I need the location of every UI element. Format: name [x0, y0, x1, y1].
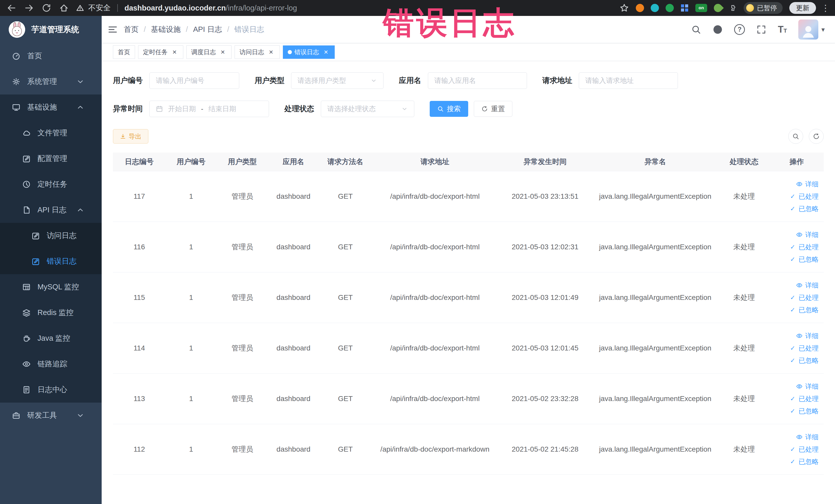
sidebar-item-dev-tools[interactable]: 研发工具 — [0, 403, 102, 428]
action-label: 已忽略 — [798, 203, 819, 215]
app-logo[interactable]: 芋道管理系统 — [0, 16, 102, 43]
action-ignored[interactable]: ✓已忽略 — [773, 405, 819, 417]
action-detail[interactable]: 详细 — [773, 178, 819, 190]
extension-icon-4[interactable] — [680, 4, 689, 12]
user-type-select[interactable]: 请选择用户类型 — [291, 73, 384, 89]
security-label: 不安全 — [88, 3, 110, 13]
tab-close-icon[interactable]: × — [171, 48, 178, 56]
home-icon[interactable] — [59, 3, 69, 13]
action-processed[interactable]: ✓已处理 — [773, 342, 819, 354]
sidebar-toggle-button[interactable] — [102, 16, 124, 43]
sidebar-item-job[interactable]: 定时任务 — [0, 172, 102, 197]
sidebar-item-error-log[interactable]: 错误日志 — [0, 248, 102, 274]
request-url-input[interactable] — [579, 73, 678, 89]
action-detail[interactable]: 详细 — [773, 279, 819, 291]
cell-user_id: 1 — [166, 171, 217, 222]
tab-error-log[interactable]: 错误日志× — [283, 45, 335, 59]
process-status-select[interactable]: 请选择处理状态 — [321, 101, 414, 117]
tab-access-log[interactable]: 访问日志× — [235, 45, 280, 59]
header-search-icon[interactable] — [691, 24, 701, 35]
tab-job[interactable]: 定时任务× — [138, 45, 183, 59]
font-size-icon[interactable]: TT — [778, 25, 787, 34]
cell-status: 未处理 — [718, 171, 770, 222]
extensions-icon[interactable] — [729, 4, 737, 12]
tab-close-icon[interactable]: × — [322, 48, 330, 56]
action-ignored[interactable]: ✓已忽略 — [773, 354, 819, 367]
sidebar-item-redis[interactable]: Redis 监控 — [0, 300, 102, 326]
toggle-search-button[interactable] — [788, 129, 803, 144]
tab-home[interactable]: 首页 — [113, 45, 135, 59]
sidebar-item-infra[interactable]: 基础设施 — [0, 95, 102, 120]
extension-on-badge[interactable]: on — [695, 4, 707, 12]
action-processed[interactable]: ✓已处理 — [773, 241, 819, 253]
extension-icon-2[interactable] — [651, 4, 659, 12]
back-icon[interactable] — [7, 3, 16, 13]
sidebar-item-system[interactable]: 系统管理 — [0, 69, 102, 95]
tab-close-icon[interactable]: × — [219, 48, 227, 56]
paused-badge[interactable]: 已暂停 — [744, 2, 782, 14]
user-avatar[interactable] — [798, 20, 818, 40]
breadcrumb-item[interactable]: 首页 — [124, 24, 139, 35]
sidebar-item-mysql[interactable]: MySQL 监控 — [0, 274, 102, 300]
fullscreen-icon[interactable] — [756, 24, 767, 35]
sidebar-item-home[interactable]: 首页 — [0, 43, 102, 69]
sidebar-item-config[interactable]: 配置管理 — [0, 146, 102, 172]
sidebar-item-java[interactable]: Java 监控 — [0, 326, 102, 351]
action-ignored[interactable]: ✓已忽略 — [773, 253, 819, 265]
sidebar-item-tracer[interactable]: 链路追踪 — [0, 351, 102, 377]
table-toolbar-right — [788, 129, 824, 144]
tab-label: 错误日志 — [294, 48, 319, 56]
exception-time-range[interactable]: 开始日期 - 结束日期 — [149, 101, 269, 117]
address-bar[interactable]: 不安全 dashboard.yudao.iocoder.cn/infra/log… — [76, 3, 297, 13]
breadcrumb-item[interactable]: 基础设施 — [151, 24, 181, 35]
extension-icon-3[interactable] — [666, 4, 674, 12]
action-detail[interactable]: 详细 — [773, 431, 819, 443]
action-detail[interactable]: 详细 — [773, 330, 819, 342]
action-detail[interactable]: 详细 — [773, 228, 819, 241]
tab-job-log[interactable]: 调度日志× — [186, 45, 231, 59]
update-button[interactable]: 更新 — [789, 2, 816, 14]
app-name-input[interactable] — [428, 73, 527, 89]
tab-close-icon[interactable]: × — [267, 48, 275, 56]
user-id-input[interactable] — [149, 73, 239, 89]
help-icon[interactable]: ? — [734, 24, 745, 35]
action-processed[interactable]: ✓已处理 — [773, 443, 819, 456]
menu-kebab-icon[interactable]: ⋮ — [823, 4, 828, 12]
sidebar-item-file[interactable]: 文件管理 — [0, 120, 102, 146]
cell-id: 116 — [113, 222, 166, 272]
export-button[interactable]: 导出 — [113, 129, 148, 143]
action-processed[interactable]: ✓已处理 — [773, 392, 819, 405]
action-detail[interactable]: 详细 — [773, 380, 819, 392]
reset-button[interactable]: 重置 — [474, 101, 512, 117]
sidebar-item-api-log[interactable]: API 日志 — [0, 197, 102, 223]
sidebar-item-access-log[interactable]: 访问日志 — [0, 223, 102, 248]
filter-label: 处理状态 — [284, 104, 314, 114]
bookmark-star-icon[interactable] — [619, 3, 629, 13]
action-ignored[interactable]: ✓已忽略 — [773, 456, 819, 468]
paused-label: 已暂停 — [757, 4, 777, 13]
search-button[interactable]: 搜索 — [430, 101, 468, 117]
breadcrumb-item[interactable]: API 日志 — [193, 24, 222, 35]
action-ignored[interactable]: ✓已忽略 — [773, 203, 819, 215]
table-refresh-button[interactable] — [809, 129, 824, 144]
action-processed[interactable]: ✓已处理 — [773, 291, 819, 304]
forward-icon[interactable] — [24, 3, 34, 13]
chevron-up-icon — [76, 103, 85, 112]
extension-icon-5[interactable] — [712, 2, 724, 14]
action-ignored[interactable]: ✓已忽略 — [773, 304, 819, 316]
action-processed[interactable]: ✓已处理 — [773, 190, 819, 203]
cell-user_id: 1 — [166, 323, 217, 373]
eye-icon — [796, 383, 803, 390]
check-icon: ✓ — [789, 205, 796, 212]
breadcrumb: 首页/基础设施/API 日志/错误日志 — [124, 24, 264, 35]
reload-icon[interactable] — [42, 3, 51, 13]
search-icon — [792, 133, 799, 140]
github-icon[interactable] — [713, 24, 723, 35]
user-menu[interactable]: ▾ — [798, 20, 825, 40]
eye-icon — [796, 434, 803, 440]
sidebar-item-log-center[interactable]: 日志中心 — [0, 377, 102, 403]
filter-label: 用户编号 — [113, 76, 143, 86]
column-header: 用户编号 — [166, 153, 217, 171]
date-end-placeholder: 结束日期 — [208, 104, 236, 114]
extension-icon-1[interactable] — [636, 4, 644, 12]
